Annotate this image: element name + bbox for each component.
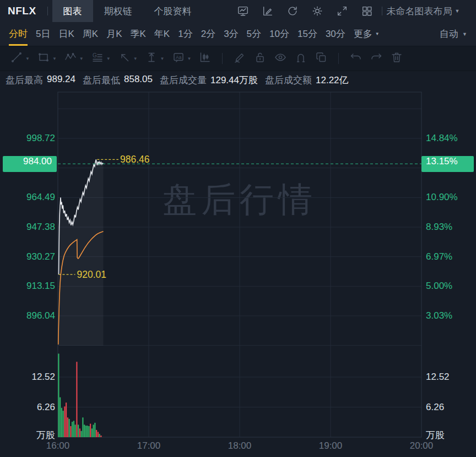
- tf-year[interactable]: 年K: [154, 22, 170, 46]
- tf-year-label: 年K: [154, 22, 170, 46]
- svg-text:G: G: [93, 52, 97, 58]
- arrow-tool[interactable]: ▼: [118, 51, 138, 66]
- gann-tool[interactable]: G▼: [91, 51, 111, 66]
- caret-down-icon: ▼: [375, 22, 380, 46]
- current-price-badge: 984.00: [3, 156, 57, 172]
- tf-3m[interactable]: 3分: [224, 22, 238, 46]
- wave-icon[interactable]: [64, 51, 77, 66]
- after-hours-high-stat: 盘后最高989.24: [6, 74, 75, 87]
- price-axis-label: 947.38: [0, 222, 55, 233]
- brush-tool[interactable]: [233, 51, 246, 66]
- svg-text:Aa: Aa: [176, 55, 182, 60]
- tf-15m[interactable]: 15分: [298, 22, 317, 46]
- price-axis-label: 998.72: [0, 133, 55, 144]
- after-hours-stats: 盘后最高989.24盘后最低858.05盘后成交量129.44万股盘后成交额12…: [0, 71, 476, 89]
- gann-icon[interactable]: G: [91, 51, 104, 66]
- tf-more[interactable]: 更多▼: [354, 22, 380, 46]
- volume-unit-label: 万股: [0, 430, 55, 441]
- timeframe-bar: 分时5日日K周K月K季K年K1分2分3分5分10分15分30分更多▼ 自动 ▼: [0, 22, 476, 46]
- candle-pattern-tool[interactable]: [198, 51, 212, 66]
- after-hours-volume-label: 盘后成交量: [160, 74, 207, 87]
- arrow-icon[interactable]: [118, 51, 131, 66]
- tf-intraday[interactable]: 分时: [9, 22, 28, 46]
- caret-down-icon: ▼: [455, 8, 460, 14]
- magnet-tool[interactable]: [294, 51, 307, 66]
- tf-30m[interactable]: 30分: [326, 22, 345, 46]
- unlock-tool[interactable]: [253, 51, 267, 66]
- redo-tool[interactable]: [370, 51, 383, 66]
- refresh-icon[interactable]: [286, 5, 299, 17]
- tf-1m[interactable]: 1分: [178, 22, 192, 46]
- tab-chart[interactable]: 图表: [52, 0, 93, 22]
- visibility-icon[interactable]: [274, 51, 287, 66]
- after-hours-turnover-value: 12.22亿: [316, 74, 349, 87]
- auto-scale-menu[interactable]: 自动 ▼: [440, 28, 467, 40]
- percent-axis-label: 14.84%: [426, 133, 458, 144]
- volume-axis-label: 6.26: [0, 402, 55, 413]
- trend-line-icon[interactable]: [10, 51, 23, 66]
- chart-area[interactable]: 盘后行情 986.46920.01 998.7214.84%964.4910.9…: [0, 89, 476, 457]
- price-range-icon[interactable]: [145, 51, 158, 66]
- magnet-icon[interactable]: [294, 51, 307, 66]
- top-tabs: 图表期权链个股资料: [52, 0, 203, 22]
- top-icons: [237, 5, 373, 17]
- after-hours-turnover-stat: 盘后成交额12.22亿: [265, 74, 349, 87]
- top-bar: NFLX 图表期权链个股资料 未命名图表布局 ▼: [0, 0, 476, 22]
- tf-2m[interactable]: 2分: [201, 22, 215, 46]
- symbol-title: NFLX: [8, 5, 36, 17]
- tf-week-label: 周K: [83, 22, 98, 46]
- volume-bars: [58, 354, 101, 438]
- duplicate-icon[interactable]: [315, 51, 328, 66]
- toolbar-divider: [338, 53, 339, 64]
- tf-15m-label: 15分: [298, 22, 317, 46]
- settings-icon[interactable]: [311, 5, 323, 17]
- chart-layout-menu[interactable]: 未命名图表布局 ▼: [387, 5, 460, 18]
- tab-stock-info[interactable]: 个股资料: [143, 0, 203, 22]
- undo-tool[interactable]: [349, 51, 363, 66]
- tf-2m-label: 2分: [201, 22, 215, 46]
- unlock-icon[interactable]: [253, 51, 267, 66]
- time-axis-label: 20:00: [404, 440, 439, 451]
- trash-icon[interactable]: [390, 51, 403, 66]
- fullscreen-icon[interactable]: [336, 5, 348, 17]
- time-axis-label: 17:00: [131, 440, 166, 451]
- layout-grid-icon[interactable]: [361, 5, 373, 17]
- after-hours-turnover-label: 盘后成交额: [265, 74, 312, 87]
- tf-day[interactable]: 日K: [58, 22, 74, 46]
- trend-line-tool[interactable]: ▼: [10, 51, 30, 66]
- tf-quarter[interactable]: 季K: [131, 22, 146, 46]
- auto-scale-label: 自动: [440, 28, 458, 40]
- tf-5d-label: 5日: [36, 22, 50, 46]
- tab-option-chain[interactable]: 期权链: [93, 0, 143, 22]
- brush-icon[interactable]: [233, 51, 246, 66]
- caret-down-icon: ▼: [187, 56, 192, 61]
- price-range-tool[interactable]: ▼: [145, 51, 165, 66]
- tf-3m-label: 3分: [224, 22, 238, 46]
- low-marker-label: 920.01: [77, 269, 107, 280]
- trash-tool[interactable]: [390, 51, 403, 66]
- percent-axis-label: 6.97%: [426, 251, 452, 262]
- tf-10m[interactable]: 10分: [269, 22, 289, 46]
- tf-5d[interactable]: 5日: [36, 22, 50, 46]
- duplicate-tool[interactable]: [315, 51, 328, 66]
- text-label-tool[interactable]: Aa▼: [172, 51, 192, 66]
- text-label-icon[interactable]: Aa: [172, 51, 185, 66]
- caret-down-icon: ▼: [79, 56, 84, 61]
- timeframe-items: 分时5日日K周K月K季K年K1分2分3分5分10分15分30分更多▼: [9, 22, 380, 46]
- drawing-toolbar: ▼▼▼G▼▼▼Aa▼: [0, 46, 476, 71]
- visibility-tool[interactable]: [274, 51, 287, 66]
- undo-icon[interactable]: [349, 51, 363, 66]
- after-hours-low-label: 盘后最低: [83, 74, 120, 87]
- tf-day-label: 日K: [58, 22, 74, 46]
- edit-chart-icon[interactable]: [262, 5, 274, 17]
- rectangle-icon[interactable]: [37, 51, 50, 66]
- wave-tool[interactable]: ▼: [64, 51, 84, 66]
- tf-month[interactable]: 月K: [106, 22, 122, 46]
- tf-5m[interactable]: 5分: [247, 22, 261, 46]
- tf-intraday-label: 分时: [9, 22, 28, 46]
- rectangle-tool[interactable]: ▼: [37, 51, 57, 66]
- candle-pattern-icon[interactable]: [198, 51, 212, 66]
- redo-icon[interactable]: [370, 51, 383, 66]
- tf-week[interactable]: 周K: [83, 22, 98, 46]
- chart-monitor-icon[interactable]: [237, 5, 249, 17]
